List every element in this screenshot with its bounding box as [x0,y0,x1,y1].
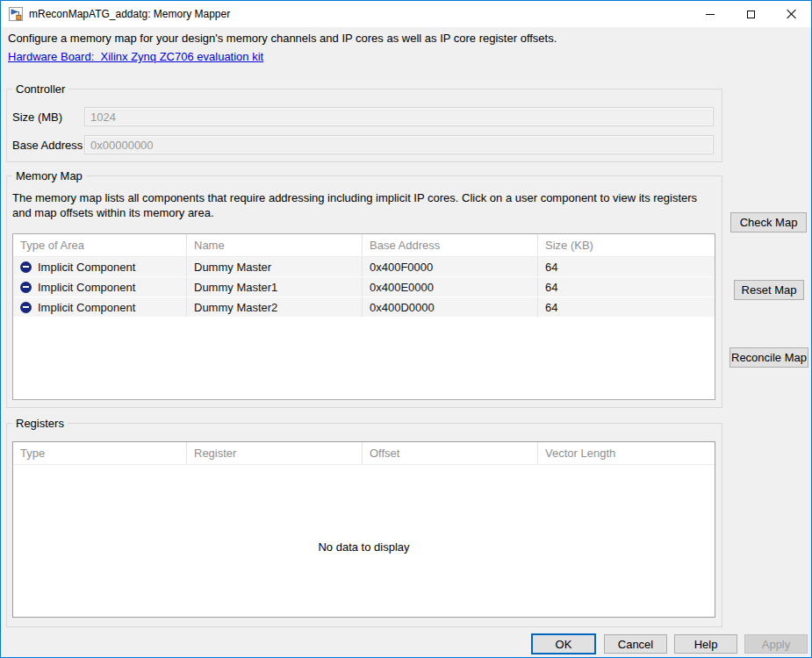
empty-table-message: No data to display [13,540,715,554]
size-label: Size (MB) [12,111,62,124]
hardware-board-link[interactable]: Hardware Board: Xilinx Zynq ZC706 evalua… [8,50,263,63]
apply-button: Apply [744,634,808,654]
memory-map-table-header: Type of Area Name Base Address Size (KB) [13,234,715,257]
controller-group: Controller Size (MB) Base Address [6,89,722,162]
memory-map-group-title: Memory Map [12,169,86,182]
close-icon [786,9,796,19]
maximize-icon [747,11,755,18]
window-controls [690,1,811,27]
registers-group: Registers Type Register Offset Vector Le… [6,423,722,627]
cell-base-address: 0x400F0000 [363,257,538,276]
cell-size-kb: 64 [538,277,715,297]
reset-map-button[interactable]: Reset Map [734,280,804,300]
minus-circle-icon [20,302,32,313]
memory-mapper-dialog: mReconMapATG_addatg: Memory Mapper Confi… [0,0,812,658]
cell-name: Dummy Master1 [187,277,363,297]
help-button[interactable]: Help [674,634,737,654]
cell-size-kb: 64 [538,257,715,276]
controller-group-title: Controller [12,82,68,96]
size-field [84,107,714,126]
registers-group-title: Registers [12,417,68,430]
cell-base-address: 0x400D0000 [363,297,538,317]
memory-map-group: Memory Map The memory map lists all comp… [6,175,722,408]
column-header-size-kb: Size (KB) [538,234,715,256]
minimize-button[interactable] [690,1,730,27]
registers-table: Type Register Offset Vector Length No da… [12,441,715,618]
cell-name: Dummy Master [187,257,363,276]
column-header-name: Name [187,234,363,256]
maximize-button[interactable] [730,1,771,27]
cancel-button[interactable]: Cancel [604,634,667,654]
ok-button[interactable]: OK [531,633,596,654]
column-header-register: Register [187,442,363,464]
table-row[interactable]: Implicit Component Dummy Master2 0x400D0… [13,297,715,318]
column-header-base-address: Base Address [363,234,538,256]
simulink-model-icon [9,7,23,21]
column-header-offset: Offset [363,442,538,464]
base-address-label: Base Address [12,139,83,152]
column-header-type: Type [13,442,187,464]
window-title: mReconMapATG_addatg: Memory Mapper [29,8,230,20]
check-map-button[interactable]: Check Map [730,212,807,232]
memory-map-description: The memory map lists all components that… [12,190,715,220]
close-button[interactable] [771,1,811,27]
minus-circle-icon [20,282,32,293]
column-header-type-of-area: Type of Area [13,234,187,256]
reconcile-map-button[interactable]: Reconcile Map [729,347,808,368]
column-header-vector-length: Vector Length [538,442,715,464]
table-row[interactable]: Implicit Component Dummy Master1 0x400E0… [13,277,715,297]
cell-type: Implicit Component [13,257,187,276]
registers-table-header: Type Register Offset Vector Length [13,442,715,465]
cell-type: Implicit Component [13,297,187,317]
minimize-icon [706,14,715,15]
titlebar: mReconMapATG_addatg: Memory Mapper [1,1,811,27]
cell-name: Dummy Master2 [187,297,363,317]
dialog-description: Configure a memory map for your design's… [8,32,557,45]
minus-circle-icon [20,261,32,273]
base-address-field [84,135,714,154]
table-row[interactable]: Implicit Component Dummy Master 0x400F00… [13,257,715,277]
cell-type: Implicit Component [13,277,187,297]
cell-size-kb: 64 [538,297,715,317]
memory-map-table: Type of Area Name Base Address Size (KB)… [12,233,715,400]
cell-base-address: 0x400E0000 [363,277,538,297]
